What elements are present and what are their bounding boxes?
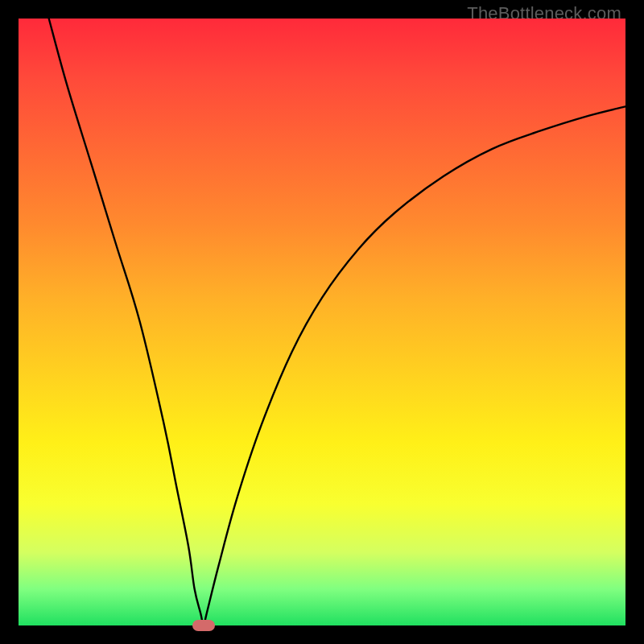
chart-frame: TheBottleneck.com — [0, 0, 644, 644]
bottleneck-curve — [49, 19, 625, 625]
minimum-marker — [192, 620, 215, 631]
plot-area — [19, 19, 625, 625]
curve-svg — [19, 19, 625, 625]
